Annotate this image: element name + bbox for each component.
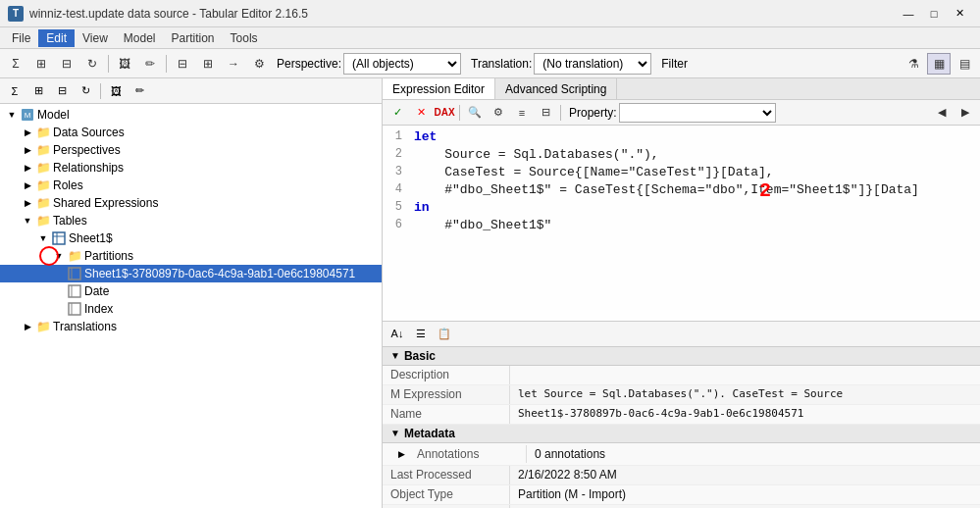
- maximize-button[interactable]: □: [921, 4, 947, 24]
- svg-rect-5: [69, 268, 80, 279]
- perspective-label: Perspective:: [277, 57, 341, 71]
- props-sort-btn[interactable]: A↓: [387, 324, 408, 343]
- window-controls: — □ ✕: [896, 4, 972, 24]
- code-line-2: 2 Source = Sql.Databases("."),: [383, 147, 980, 165]
- props-btn3[interactable]: 📋: [434, 324, 455, 343]
- expr-btn4[interactable]: ⊟: [535, 103, 556, 123]
- folder-icon-sharedexpr: 📁: [35, 195, 51, 211]
- toolbar-arrow[interactable]: →: [222, 53, 245, 75]
- minimize-button[interactable]: —: [896, 4, 921, 24]
- toolbar-refresh[interactable]: ↻: [80, 53, 104, 75]
- tree-arrow-tables[interactable]: ▼: [20, 213, 35, 229]
- tree-item-date[interactable]: Date: [0, 282, 382, 300]
- expr-btn3[interactable]: ≡: [511, 103, 533, 123]
- menu-partition[interactable]: Partition: [164, 29, 223, 47]
- tree-item-partition-guid[interactable]: Sheet1$-3780897b-0ac6-4c9a-9ab1-0e6c1980…: [0, 265, 382, 282]
- props-category-btn[interactable]: ☰: [410, 324, 432, 343]
- toolbar-col1[interactable]: ⊟: [171, 53, 194, 75]
- left-btn-2[interactable]: ⊞: [27, 81, 49, 101]
- tab-expression-editor[interactable]: Expression Editor: [383, 78, 495, 99]
- tree-item-relationships[interactable]: ▶ 📁 Relationships: [0, 159, 382, 177]
- toolbar-col2[interactable]: ⊞: [196, 53, 220, 75]
- left-btn-3[interactable]: ⊟: [51, 81, 73, 101]
- expr-accept-btn[interactable]: ✓: [387, 103, 408, 123]
- tree-item-index[interactable]: Index: [0, 300, 382, 318]
- expr-dax-btn[interactable]: DAX: [434, 103, 455, 123]
- code-editor[interactable]: 1 let 2 Source = Sql.Databases("."), 3 C…: [383, 126, 980, 322]
- properties-panel: A↓ ☰ 📋 ▼ Basic Description M Expression …: [383, 322, 980, 509]
- toolbar-grid2[interactable]: ⊟: [55, 53, 78, 75]
- tree-item-partitions[interactable]: ▼ 📁 Partitions: [0, 247, 382, 265]
- tree-item-perspectives[interactable]: ▶ 📁 Perspectives: [0, 141, 382, 159]
- left-btn-4[interactable]: ↻: [75, 81, 96, 101]
- line-num-6: 6: [383, 218, 410, 231]
- expr-reject-btn[interactable]: ✕: [410, 103, 432, 123]
- left-sep: [100, 83, 101, 99]
- tree-label-model: Model: [37, 108, 70, 122]
- tree-arrow-datasources[interactable]: ▶: [20, 125, 35, 140]
- folder-icon-perspectives: 📁: [35, 142, 51, 158]
- left-panel-toolbar: Σ ⊞ ⊟ ↻ 🖼 ✏: [0, 78, 382, 104]
- tree-item-shared-expressions[interactable]: ▶ 📁 Shared Expressions: [0, 194, 382, 212]
- tree-item-datasources[interactable]: ▶ 📁 Data Sources: [0, 124, 382, 141]
- toolbar-filter-icon[interactable]: ⚗: [902, 53, 925, 75]
- tree-arrow-translations[interactable]: ▶: [20, 319, 35, 334]
- close-button[interactable]: ✕: [947, 4, 972, 24]
- tree-label-sheet1: Sheet1$: [69, 231, 113, 245]
- line-num-1: 1: [383, 129, 410, 143]
- tree-arrow-sheet1[interactable]: ▼: [35, 230, 51, 246]
- tree-arrow-partitions[interactable]: ▼: [51, 248, 67, 264]
- tree-item-model[interactable]: ▼ M Model: [0, 106, 382, 124]
- prop-annotations[interactable]: ▶ Annotations 0 annotations: [383, 443, 980, 466]
- tree-arrow-model[interactable]: ▼: [4, 107, 20, 123]
- expr-nav-next[interactable]: ▶: [954, 103, 976, 123]
- perspective-dropdown[interactable]: (All objects): [343, 53, 461, 75]
- property-dropdown[interactable]: [619, 103, 776, 123]
- toolbar-view2[interactable]: ▤: [953, 53, 976, 75]
- tree-item-sheet1[interactable]: ▼ Sheet1$: [0, 229, 382, 247]
- tree-label-index: Index: [84, 302, 113, 316]
- menu-file[interactable]: File: [4, 29, 38, 47]
- line-content-3: CaseTest = Source{[Name="CaseTest"]}[Dat…: [410, 165, 980, 179]
- expr-search-btn[interactable]: 🔍: [464, 103, 486, 123]
- toolbar-sigma[interactable]: Σ: [4, 53, 27, 75]
- tree-label-roles: Roles: [53, 178, 83, 192]
- expr-btn2[interactable]: ⚙: [488, 103, 509, 123]
- tree-item-roles[interactable]: ▶ 📁 Roles: [0, 177, 382, 194]
- tab-advanced-scripting[interactable]: Advanced Scripting: [495, 78, 617, 99]
- toolbar-img[interactable]: 🖼: [113, 53, 136, 75]
- folder-icon-partitions: 📁: [67, 248, 82, 264]
- translation-dropdown[interactable]: (No translation): [534, 53, 651, 75]
- prop-name-annotations: Annotations: [409, 445, 527, 463]
- tree-arrow-roles[interactable]: ▶: [20, 178, 35, 193]
- tree-item-translations[interactable]: ▶ 📁 Translations: [0, 318, 382, 335]
- code-line-6: 6 #"dbo_Sheet1$": [383, 218, 980, 235]
- line-num-4: 4: [383, 182, 410, 196]
- toolbar-grid1[interactable]: ⊞: [29, 53, 53, 75]
- menu-tools[interactable]: Tools: [223, 29, 266, 47]
- line-content-2: Source = Sql.Databases("."),: [410, 147, 980, 162]
- left-btn-5[interactable]: 🖼: [105, 81, 127, 101]
- tree-label-tables: Tables: [53, 214, 87, 228]
- prop-state: State Ready: [383, 505, 980, 509]
- left-btn-6[interactable]: ✏: [129, 81, 150, 101]
- prop-m-expression: M Expression let Source = Sql.Databases(…: [383, 385, 980, 405]
- menu-model[interactable]: Model: [116, 29, 164, 47]
- tree-arrow-perspectives[interactable]: ▶: [20, 142, 35, 158]
- toolbar-view1[interactable]: ▦: [927, 53, 951, 75]
- section-metadata[interactable]: ▼ Metadata: [383, 425, 980, 443]
- props-toolbar: A↓ ☰ 📋: [383, 322, 980, 347]
- partition-icon: [67, 266, 82, 281]
- tree-label-partitions: Partitions: [84, 249, 133, 263]
- tree-arrow-relationships[interactable]: ▶: [20, 160, 35, 176]
- toolbar-edit[interactable]: ✏: [138, 53, 162, 75]
- annotations-expand-arrow: ▶: [398, 449, 405, 459]
- tree-item-tables[interactable]: ▼ 📁 Tables: [0, 212, 382, 229]
- toolbar-settings[interactable]: ⚙: [247, 53, 271, 75]
- left-btn-1[interactable]: Σ: [4, 81, 26, 101]
- menu-edit[interactable]: Edit: [38, 29, 75, 47]
- expr-nav-prev[interactable]: ◀: [931, 103, 953, 123]
- tree-arrow-sharedexpr[interactable]: ▶: [20, 195, 35, 211]
- menu-view[interactable]: View: [75, 29, 116, 47]
- section-basic[interactable]: ▼ Basic: [383, 347, 980, 366]
